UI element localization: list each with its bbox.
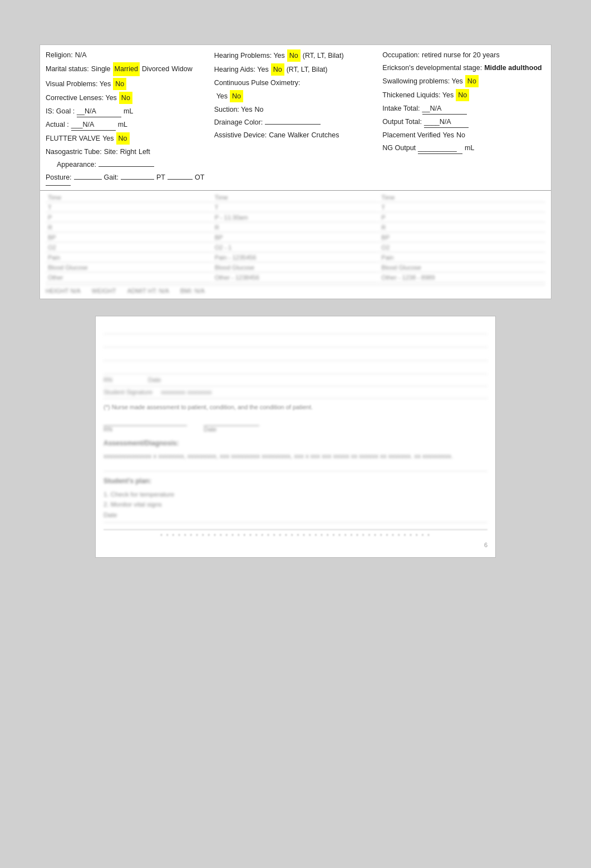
vital-pain-3: Pain [379, 253, 545, 262]
walker: Walker [288, 130, 309, 141]
assistive-row: Assistive Device: Cane Walker Crutches [214, 130, 377, 141]
is-goal-row: IS: Goal : __N/A mL [46, 106, 209, 117]
vital-t-3: T [379, 203, 545, 212]
flutter-no: No [116, 132, 130, 145]
admit-ht-label: ADMIT HT: N/A [127, 287, 169, 294]
ng-appearance-row: Appearance: [46, 159, 209, 170]
ng-appearance-label: Appearance: [57, 159, 96, 170]
ng-tube-label: Nasogastric Tube: [46, 146, 102, 157]
doc-line-2 [104, 336, 487, 348]
placement-yes: Yes [443, 130, 454, 141]
vital-pain-2: Pain - 1235456 [213, 253, 379, 262]
religion-row: Religion: N/A [46, 49, 209, 61]
vital-pain-1: Pain [46, 253, 212, 262]
flutter-row: FLUTTER VALVE Yes No [46, 132, 209, 145]
vital-p-3: P [379, 213, 545, 222]
vitals-grid: Time Time Time T T T P P - 11:30am P R R… [46, 193, 545, 282]
swallowing-row: Swallowing problems: Yes No [382, 75, 545, 87]
date-sig-line [204, 416, 259, 426]
corrective-label: Corrective Lenses: Yes [46, 92, 117, 103]
assessment-section: Assessment/Diagnosis: xxxxxxxxxxxxxxx x … [104, 439, 487, 472]
vital-other-3: Other - 1238 - 8989 [379, 273, 545, 282]
pulse-ox-yes: Yes [216, 91, 228, 102]
vital-header-2: Time [213, 193, 379, 202]
notice-text: (*) Nurse made assessment to patient, co… [104, 403, 487, 411]
vital-header-1: Time [46, 193, 212, 202]
suction-no: No [254, 104, 263, 115]
pulse-ox-no: No [230, 90, 243, 102]
rn-sig-line [104, 416, 187, 426]
occupation-label: Occupation: [382, 49, 420, 61]
thickened-label: Thickened Liquids: Yes [382, 90, 454, 101]
vital-bp-3: BP [379, 233, 545, 242]
hearing-row: Hearing Problems: Yes No (RT, LT, Bilat) [214, 49, 377, 62]
posture-blank [74, 179, 102, 180]
hearing-label: Hearing Problems: Yes [214, 50, 285, 61]
thickened-no: No [456, 89, 469, 101]
vital-bg-1: Blood Glucose [46, 263, 212, 272]
col3: Occupation: retired nurse for 20 years E… [382, 49, 545, 186]
placement-row: Placement Verified Yes No [382, 130, 545, 141]
plan-section: Student's plan: 1. Check for temperature… [104, 477, 487, 523]
page-container: Religion: N/A Marital status: Single Mar… [40, 44, 551, 299]
erickson-row: Erickson's developmental stage: Middle a… [382, 62, 545, 73]
marital-single: Single [91, 63, 111, 76]
doc-line-4 [104, 363, 487, 374]
ot-label: OT [195, 172, 204, 183]
drainage-label: Drainage Color: [214, 117, 263, 128]
marital-widow: Widow [171, 63, 193, 76]
plan-label: Student's plan: [104, 477, 487, 485]
vital-other-2: Other - 1238456 [213, 273, 379, 282]
ng-appearance-blank [98, 166, 154, 167]
is-goal-label: IS: Goal : [46, 106, 75, 117]
ng-tube-row: Nasogastric Tube: Site: Right Left [46, 146, 209, 157]
swallowing-label: Swallowing problems: Yes [382, 76, 463, 87]
intake-blank: __N/A [422, 103, 467, 115]
pulse-ox-row: Continuous Pulse Oximetry: [214, 77, 377, 88]
hearing-aids-no: No [271, 63, 284, 76]
visual-label: Visual Problems: Yes [46, 78, 111, 90]
assessment-label: Assessment/Diagnosis: [104, 439, 487, 447]
religion-label: Religion: [46, 49, 73, 61]
doc-section: RN Date Student Signature xxxxxxxx xxxxx… [95, 316, 496, 558]
sig-area: RN Date [104, 416, 487, 433]
ng-output-blank: __________ [418, 142, 462, 154]
is-goal-blank: __N/A [77, 106, 121, 117]
col1: Religion: N/A Marital status: Single Mar… [46, 49, 209, 186]
doc-line-5: RN Date [104, 376, 487, 386]
gait-label: Gait: [104, 172, 119, 183]
pulse-ox-yesno-row: Yes No [214, 90, 377, 102]
date-label: Date [204, 426, 259, 433]
hearing-no: No [287, 49, 301, 62]
rn-sig: RN [104, 416, 187, 433]
occupation-value: retired nurse for 20 years [422, 49, 500, 61]
vital-o2-3: O2 [379, 243, 545, 252]
top-info-section: Religion: N/A Marital status: Single Mar… [40, 45, 551, 190]
religion-value: N/A [75, 49, 87, 61]
is-actual-blank: ___N/A [71, 119, 116, 131]
doc-line-1 [104, 323, 487, 334]
corrective-row: Corrective Lenses: Yes No [46, 92, 209, 104]
placement-no: No [456, 130, 465, 141]
ng-output-label: NG Output [382, 142, 416, 153]
hearing-aids-row: Hearing Aids: Yes No (RT, LT, Bilat) [214, 63, 377, 76]
ot-blank [46, 185, 71, 186]
ng-right: Right [120, 146, 136, 157]
vitals-section: Time Time Time T T T P P - 11:30am P R R… [40, 190, 551, 299]
vital-r-3: R [379, 223, 545, 232]
is-actual-row: Actual : ___N/A mL [46, 119, 209, 131]
hearing-aids-label: Hearing Aids: Yes [214, 64, 269, 75]
col2: Hearing Problems: Yes No (RT, LT, Bilat)… [214, 49, 377, 186]
vital-other-1: Other [46, 273, 212, 282]
marital-row: Marital status: Single Married Divorced … [46, 62, 209, 76]
visual-no: No [113, 78, 126, 90]
hearing-aids-paren: (RT, LT, Bilat) [287, 64, 328, 75]
erickson-value: Middle adulthood [484, 62, 541, 73]
output-row: Output Total: ____N/A [382, 116, 545, 128]
hearing-paren: (RT, LT, Bilat) [303, 50, 344, 61]
cane: Cane [269, 130, 285, 141]
posture-row: Posture: Gait: PT OT [46, 172, 209, 186]
vital-bg-2: Blood Glucose [213, 263, 379, 272]
ng-site-label: Site: [104, 146, 118, 157]
vital-header-3: Time [379, 193, 545, 202]
